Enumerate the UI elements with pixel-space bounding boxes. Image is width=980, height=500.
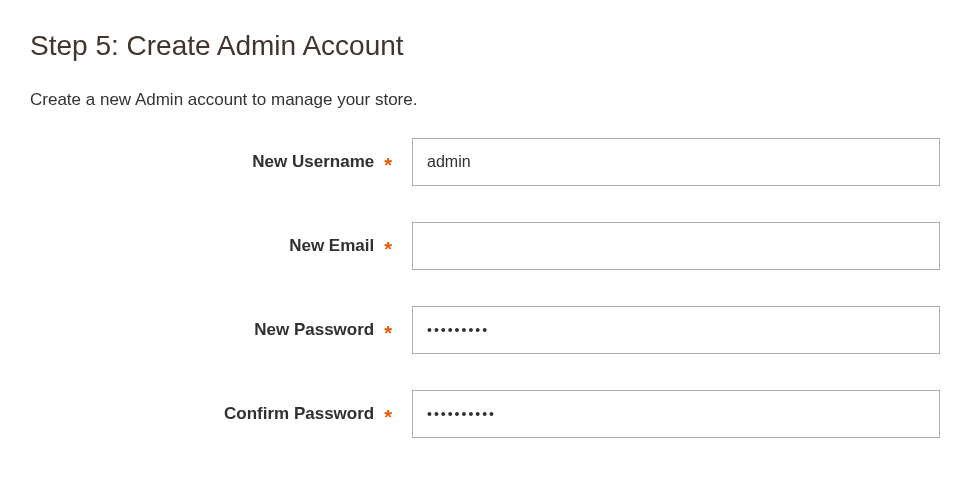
confirm-password-label: Confirm Password — [224, 404, 374, 424]
form-row-password: New Password * — [30, 306, 950, 354]
username-label: New Username — [252, 152, 374, 172]
required-icon: * — [384, 239, 392, 259]
label-cell: New Password * — [30, 320, 400, 340]
page-description: Create a new Admin account to manage you… — [30, 90, 950, 110]
password-label: New Password — [254, 320, 374, 340]
email-input[interactable] — [412, 222, 940, 270]
label-cell: New Email * — [30, 236, 400, 256]
password-input[interactable] — [412, 306, 940, 354]
page-title: Step 5: Create Admin Account — [30, 30, 950, 62]
form-row-confirm-password: Confirm Password * — [30, 390, 950, 438]
required-icon: * — [384, 323, 392, 343]
required-icon: * — [384, 407, 392, 427]
input-cell — [400, 222, 940, 270]
username-input[interactable] — [412, 138, 940, 186]
label-cell: Confirm Password * — [30, 404, 400, 424]
form-row-email: New Email * — [30, 222, 950, 270]
form-row-username: New Username * — [30, 138, 950, 186]
required-icon: * — [384, 155, 392, 175]
confirm-password-input[interactable] — [412, 390, 940, 438]
input-cell — [400, 390, 940, 438]
input-cell — [400, 306, 940, 354]
label-cell: New Username * — [30, 152, 400, 172]
email-label: New Email — [289, 236, 374, 256]
input-cell — [400, 138, 940, 186]
